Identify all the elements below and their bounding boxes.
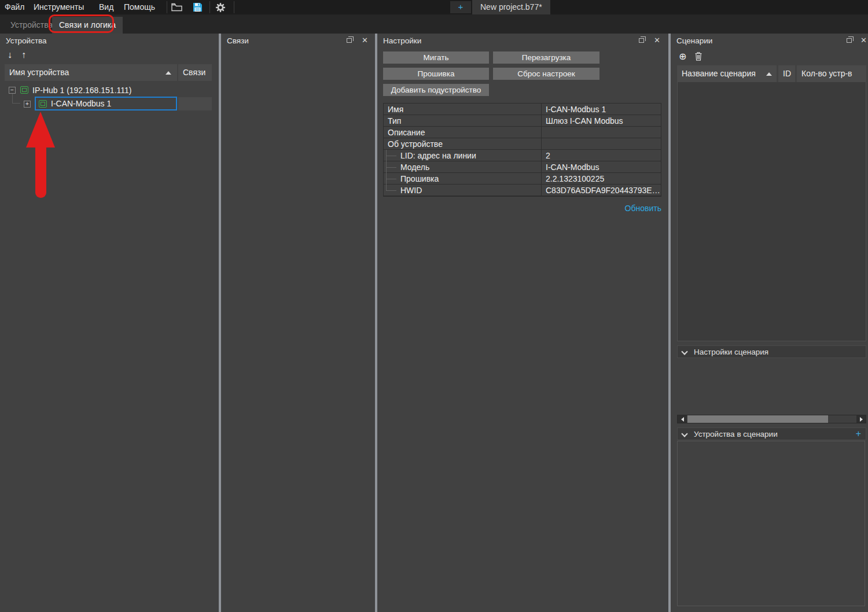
add-device-to-scenario-icon[interactable]: +	[856, 429, 861, 438]
settings-gear-icon[interactable]	[213, 1, 228, 13]
tree-row-label: I-CAN-Modbus 1	[51, 99, 111, 108]
property-row[interactable]: Модель I-CAN-Modbus	[384, 161, 661, 173]
delete-scenario-icon[interactable]	[695, 52, 702, 61]
settings-panel-title: Настройки	[383, 36, 421, 45]
annotation-red-arrow-head	[26, 112, 55, 148]
collapse-icon[interactable]: −	[9, 87, 16, 94]
scroll-right-icon[interactable]	[856, 415, 866, 423]
add-scenario-icon[interactable]: ⊕	[679, 51, 686, 62]
float-panel-icon[interactable]	[847, 38, 852, 43]
tree-guide-line	[12, 103, 20, 104]
property-value: I-CAN-Modbus 1	[542, 104, 661, 115]
open-folder-icon[interactable]	[169, 1, 184, 13]
column-scenario-id[interactable]: ID	[778, 65, 795, 82]
device-icon	[20, 86, 28, 94]
scenario-devices-empty-area[interactable]	[677, 441, 865, 606]
property-row[interactable]: HWID C83D76A5DFA9F20443793E…	[384, 185, 661, 196]
property-grid: Имя I-CAN-Modbus 1 Тип Шлюз I-CAN Modbus…	[383, 103, 661, 197]
property-tree-line	[386, 190, 396, 191]
scenarios-panel-title: Сценарии	[676, 36, 712, 45]
column-scenario-name[interactable]: Название сценария	[677, 65, 777, 82]
property-label: Описание	[384, 127, 542, 138]
property-row[interactable]: Имя I-CAN-Modbus 1	[384, 104, 661, 115]
menu-bar: Файл Инструменты Вид Помощь	[0, 0, 868, 14]
column-device-name[interactable]: Имя устройства	[5, 64, 177, 81]
expand-icon[interactable]: +	[24, 101, 31, 108]
tab-devices[interactable]: Устройства	[3, 17, 60, 34]
column-scenario-id-label: ID	[783, 69, 791, 78]
float-panel-icon[interactable]	[347, 38, 352, 43]
sort-ascending-icon	[165, 71, 171, 75]
devices-table-header: Имя устройства Связи	[5, 64, 212, 81]
column-device-count[interactable]: Кол-во устр-в	[797, 65, 866, 82]
property-value: I-CAN-Modbus	[542, 161, 661, 172]
menu-file[interactable]: Файл	[1, 0, 28, 14]
reset-settings-button[interactable]: Сброс настроек	[493, 68, 599, 80]
property-row[interactable]: Тип Шлюз I-CAN Modbus	[384, 115, 661, 127]
new-project-tab-button[interactable]: +	[450, 1, 471, 13]
menu-help[interactable]: Помощь	[120, 0, 159, 14]
devices-panel: Устройства ↓ ↑ Имя устройства Связи − IP…	[0, 34, 219, 612]
scenarios-empty-list[interactable]	[677, 82, 866, 341]
menu-view[interactable]: Вид	[95, 0, 117, 14]
settings-panel: Настройки ✕ Мигать Перезагрузка Прошивка…	[377, 34, 668, 612]
property-value: 2.2.1323100225	[542, 173, 661, 184]
horizontal-scrollbar[interactable]	[677, 415, 866, 423]
property-value: Шлюз I-CAN Modbus	[542, 115, 661, 126]
tree-row-ican-modbus-selected[interactable]: I-CAN-Modbus 1	[35, 97, 177, 110]
property-row[interactable]: LID: адрес на линии 2	[384, 150, 661, 161]
add-subdevice-button[interactable]: Добавить подустройство	[383, 84, 489, 96]
menu-tools[interactable]: Инструменты	[30, 0, 87, 14]
property-tree-line	[386, 156, 396, 156]
links-panel: Связи ✕	[221, 34, 375, 612]
toolbar-separator	[209, 1, 210, 13]
property-row[interactable]: Описание	[384, 127, 661, 138]
links-panel-title: Связи	[227, 36, 249, 45]
column-links-label: Связи	[183, 68, 205, 77]
column-device-name-label: Имя устройства	[9, 68, 69, 77]
section-scenario-settings[interactable]: Настройки сценария	[677, 345, 866, 358]
property-tree-line	[386, 167, 396, 168]
float-panel-icon[interactable]	[639, 38, 644, 43]
tab-links-and-logic[interactable]: Связи и логика	[52, 17, 123, 34]
property-row[interactable]: Прошивка 2.2.1323100225	[384, 173, 661, 185]
section-title: Настройки сценария	[694, 348, 768, 356]
property-label: Модель	[384, 161, 542, 172]
section-scenario-devices[interactable]: Устройства в сценарии +	[677, 427, 866, 440]
property-label: LID: адрес на линии	[384, 150, 542, 161]
scrollbar-thumb[interactable]	[687, 415, 828, 423]
scroll-left-icon[interactable]	[678, 415, 687, 423]
move-up-icon[interactable]: ↑	[21, 50, 26, 60]
device-icon	[39, 100, 47, 108]
toolbar-separator	[234, 1, 234, 13]
property-label: Об устройстве	[384, 138, 542, 149]
scenarios-table-header: Название сценария ID Кол-во устр-в	[677, 65, 866, 82]
close-panel-icon[interactable]: ✕	[860, 36, 867, 45]
selected-row-links-cell[interactable]	[178, 97, 212, 110]
property-value: C83D76A5DFA9F20443793E…	[542, 185, 661, 196]
annotation-red-arrow-shaft	[35, 146, 46, 198]
document-tab[interactable]: New project.b77*	[472, 0, 550, 14]
scenarios-panel: Сценарии ✕ ⊕ Название сценария ID Кол-во…	[671, 34, 868, 612]
save-icon[interactable]	[190, 1, 205, 13]
firmware-button[interactable]: Прошивка	[383, 68, 489, 80]
property-row[interactable]: Об устройстве	[384, 138, 661, 150]
devices-panel-title: Устройства	[6, 36, 47, 45]
reboot-button[interactable]: Перезагрузка	[493, 51, 599, 64]
tree-row-ican-expander[interactable]: +	[24, 97, 35, 110]
tree-row-label: IP-Hub 1 (192.168.151.111)	[32, 86, 132, 95]
blink-button[interactable]: Мигать	[383, 51, 489, 64]
property-value	[542, 138, 661, 149]
column-scenario-name-label: Название сценария	[682, 69, 756, 78]
column-device-count-label: Кол-во устр-в	[801, 69, 852, 78]
move-down-icon[interactable]: ↓	[8, 50, 12, 60]
chevron-down-icon	[682, 348, 687, 353]
close-panel-icon[interactable]: ✕	[654, 36, 660, 45]
update-link[interactable]: Обновить	[383, 204, 661, 213]
close-panel-icon[interactable]: ✕	[362, 36, 368, 45]
tree-row-ip-hub[interactable]: − IP-Hub 1 (192.168.151.111)	[9, 83, 132, 97]
property-value: 2	[542, 150, 661, 161]
column-links[interactable]: Связи	[178, 64, 212, 81]
property-value	[542, 127, 661, 138]
property-label: Тип	[384, 115, 542, 126]
